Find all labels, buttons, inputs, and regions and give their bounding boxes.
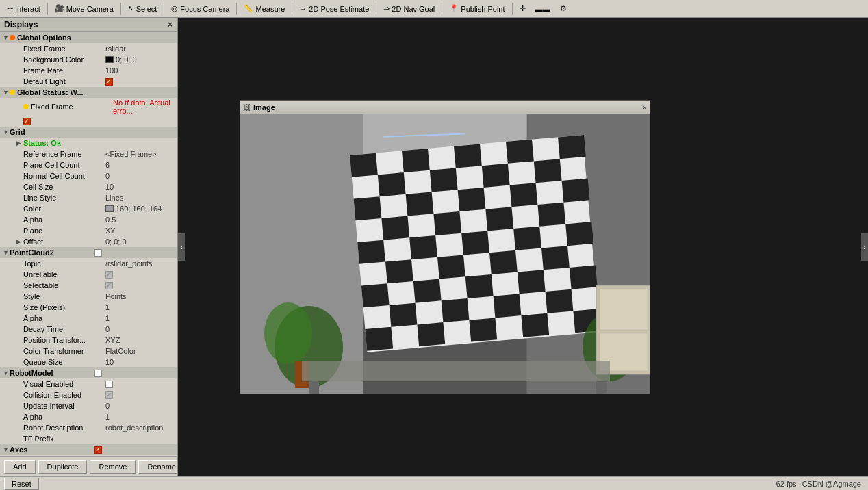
row-label: Status: Ok	[23, 139, 105, 147]
pointcloud2-section-row[interactable]: ▼ PointCloud2	[0, 247, 177, 258]
unreliable-row[interactable]: Unreliable	[0, 269, 177, 280]
row-value: XYZ	[105, 336, 177, 344]
status-bar: Reset 62 fps CSDN @Agmage	[0, 476, 868, 490]
duplicate-button[interactable]: Duplicate	[38, 460, 88, 474]
grid-section-row[interactable]: ▼ Grid	[0, 127, 177, 138]
color-row[interactable]: Color 160; 160; 164	[0, 203, 177, 214]
fixed-frame-status-row[interactable]: Fixed Frame No tf data. Actual erro...	[0, 98, 177, 116]
alpha2-row[interactable]: Alpha 1	[0, 313, 177, 324]
collapse-left-button[interactable]: ‹	[178, 233, 185, 261]
robotmodel-section-row[interactable]: ▼ RobotModel	[0, 368, 177, 378]
row-label: PointCloud2	[10, 248, 92, 257]
checkbox[interactable]	[23, 118, 31, 125]
background-color-row[interactable]: Background Color 0; 0; 0	[0, 54, 177, 65]
svg-rect-58	[596, 381, 607, 394]
row-label: Fixed Frame	[23, 44, 105, 53]
extra-button[interactable]: ⚙	[556, 3, 571, 14]
checkbox[interactable]	[94, 370, 102, 377]
measure-button[interactable]: 📏 Measure	[240, 3, 289, 14]
robot-description-row[interactable]: Robot Description robot_description	[0, 422, 177, 433]
style-row[interactable]: Style Points	[0, 291, 177, 302]
plane-cell-count-row[interactable]: Plane Cell Count 6	[0, 159, 177, 170]
row-label: Alpha	[23, 314, 105, 322]
row-label: Collision Enabled	[23, 391, 105, 399]
checkbox[interactable]	[94, 446, 102, 454]
pose-estimate-button[interactable]: → 2D Pose Estimate	[295, 3, 373, 14]
visual-enabled-row[interactable]: Visual Enabled	[0, 378, 177, 389]
row-value: 10	[105, 358, 177, 366]
focus-camera-button[interactable]: ◎ Focus Camera	[167, 3, 233, 14]
image-close-button[interactable]: ×	[643, 103, 647, 112]
axes-section-row[interactable]: ▼ Axes	[0, 444, 177, 455]
svg-rect-29	[565, 222, 593, 246]
position-transform-row[interactable]: Position Transfor... XYZ	[0, 335, 177, 346]
global-status-row[interactable]: ▼ Global Status: W...	[0, 87, 177, 98]
expand-icon: ▼	[3, 89, 10, 96]
checkbox[interactable]	[105, 381, 113, 388]
alpha-row[interactable]: Alpha 0.5	[0, 214, 177, 225]
global-options-row[interactable]: ▼ Global Options	[0, 32, 177, 43]
checkbox[interactable]	[105, 391, 113, 399]
remove-button[interactable]: Remove	[90, 460, 136, 474]
row-value: 0	[105, 172, 177, 180]
bottom-buttons: Add Duplicate Remove Rename	[0, 456, 177, 476]
image-titlebar[interactable]: 🖼 Image ×	[240, 101, 650, 114]
alpha3-row[interactable]: Alpha 1	[0, 411, 177, 422]
crosshair-button[interactable]: ✛	[515, 3, 530, 14]
default-light-row[interactable]: Default Light	[0, 76, 177, 87]
svg-rect-43	[365, 327, 393, 351]
decay-time-row[interactable]: Decay Time 0	[0, 324, 177, 335]
row-label: Default Light	[23, 77, 105, 86]
row-label: Queue Size	[23, 358, 105, 366]
default-light-checkbox[interactable]	[105, 78, 113, 86]
move-camera-button[interactable]: 🎥 Move Camera	[51, 3, 118, 14]
right-area[interactable]: ‹ › 🖼 Image ×	[178, 18, 868, 476]
row-label: Normal Cell Count	[23, 172, 105, 180]
global-status-checkbox-row[interactable]	[0, 116, 177, 127]
checkbox[interactable]	[105, 271, 113, 279]
reset-button[interactable]: Reset	[4, 478, 39, 490]
tf-prefix-row[interactable]: TF Prefix	[0, 433, 177, 444]
row-label: Alpha	[23, 216, 105, 224]
topic-row[interactable]: Topic /rslidar_points	[0, 258, 177, 269]
svg-rect-18	[458, 188, 486, 211]
checkbox[interactable]	[105, 282, 113, 289]
fixed-frame-row[interactable]: Fixed Frame rslidar	[0, 43, 177, 54]
publish-point-button[interactable]: 📍 Publish Point	[445, 3, 509, 14]
view-button[interactable]: ▬▬	[531, 3, 554, 14]
color-transformer-row[interactable]: Color Transformer FlatColor	[0, 346, 177, 357]
selectable-row[interactable]: Selectable	[0, 280, 177, 291]
interact-button[interactable]: ⊹ Interact	[3, 3, 44, 14]
queue-size-row[interactable]: Queue Size 10	[0, 357, 177, 368]
status-dot	[10, 90, 15, 95]
update-interval-row[interactable]: Update Interval 0	[0, 400, 177, 411]
rename-button[interactable]: Rename	[138, 460, 178, 474]
row-label: Color Transformer	[23, 347, 105, 355]
svg-rect-30	[385, 259, 413, 283]
select-button[interactable]: ↖ Select	[124, 3, 162, 14]
main-area: Displays × ▼ Global Options Fixed Frame …	[0, 18, 868, 476]
row-value: 100	[105, 66, 177, 75]
reference-frame-row[interactable]: Reference Frame <Fixed Frame>	[0, 149, 177, 159]
grid-status-row[interactable]: ▶ Status: Ok	[0, 138, 177, 149]
collision-enabled-row[interactable]: Collision Enabled	[0, 389, 177, 400]
line-style-row[interactable]: Line Style Lines	[0, 192, 177, 203]
svg-rect-12	[378, 172, 406, 196]
plane-row[interactable]: Plane XY	[0, 225, 177, 236]
offset-row[interactable]: ▶ Offset 0; 0; 0	[0, 236, 177, 247]
fps-display: 62 fps	[776, 480, 797, 488]
nav-goal-button[interactable]: ⇒ 2D Nav Goal	[379, 3, 439, 14]
panel-close-button[interactable]: ×	[168, 20, 173, 29]
collapse-right-button[interactable]: ›	[861, 233, 868, 261]
add-button[interactable]: Add	[4, 460, 36, 474]
row-value: 0.5	[105, 216, 177, 224]
cell-size-row[interactable]: Cell Size 10	[0, 181, 177, 192]
svg-rect-54	[600, 289, 648, 330]
tree-container[interactable]: ▼ Global Options Fixed Frame rslidar Bac…	[0, 32, 177, 456]
normal-cell-count-row[interactable]: Normal Cell Count 0	[0, 170, 177, 181]
checkbox[interactable]	[94, 249, 102, 257]
svg-rect-25	[357, 240, 385, 264]
frame-rate-row[interactable]: Frame Rate 100	[0, 65, 177, 76]
image-window[interactable]: 🖼 Image ×	[240, 100, 650, 394]
size-pixels-row[interactable]: Size (Pixels) 1	[0, 302, 177, 313]
